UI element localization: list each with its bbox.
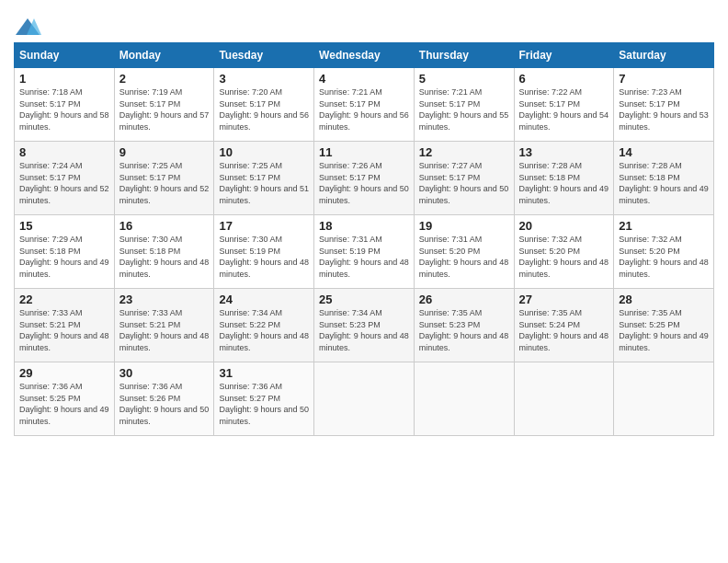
- calendar-cell: 22Sunrise: 7:33 AM Sunset: 5:21 PM Dayli…: [15, 289, 115, 362]
- col-monday: Monday: [114, 43, 214, 68]
- day-info: Sunrise: 7:35 AM Sunset: 5:25 PM Dayligh…: [619, 307, 709, 353]
- calendar-cell: 23Sunrise: 7:33 AM Sunset: 5:21 PM Dayli…: [114, 289, 214, 362]
- page-wrapper: Sunday Monday Tuesday Wednesday Thursday…: [14, 9, 714, 436]
- calendar-cell: [514, 362, 614, 436]
- day-number: 7: [619, 72, 709, 86]
- day-info: Sunrise: 7:34 AM Sunset: 5:22 PM Dayligh…: [219, 307, 309, 353]
- day-info: Sunrise: 7:30 AM Sunset: 5:18 PM Dayligh…: [119, 234, 210, 280]
- day-info: Sunrise: 7:35 AM Sunset: 5:23 PM Dayligh…: [419, 307, 509, 353]
- day-number: 17: [219, 219, 309, 233]
- calendar-cell: 8Sunrise: 7:24 AM Sunset: 5:17 PM Daylig…: [15, 142, 115, 215]
- calendar-cell: 2Sunrise: 7:19 AM Sunset: 5:17 PM Daylig…: [114, 68, 214, 142]
- day-number: 28: [619, 293, 709, 306]
- calendar-cell: 18Sunrise: 7:31 AM Sunset: 5:19 PM Dayli…: [314, 215, 415, 289]
- day-number: 27: [519, 293, 609, 306]
- day-number: 26: [419, 293, 509, 306]
- calendar-cell: 14Sunrise: 7:28 AM Sunset: 5:18 PM Dayli…: [614, 142, 714, 215]
- day-info: Sunrise: 7:31 AM Sunset: 5:20 PM Dayligh…: [419, 234, 509, 280]
- day-number: 31: [219, 366, 309, 380]
- day-number: 20: [519, 219, 609, 233]
- day-number: 5: [419, 72, 509, 86]
- calendar-cell: 27Sunrise: 7:35 AM Sunset: 5:24 PM Dayli…: [514, 289, 614, 362]
- calendar-week-row: 1Sunrise: 7:18 AM Sunset: 5:17 PM Daylig…: [15, 68, 714, 142]
- calendar-cell: [314, 362, 415, 436]
- calendar-cell: [614, 362, 714, 436]
- logo: [14, 17, 45, 37]
- calendar-cell: 12Sunrise: 7:27 AM Sunset: 5:17 PM Dayli…: [414, 142, 514, 215]
- calendar-cell: 26Sunrise: 7:35 AM Sunset: 5:23 PM Dayli…: [414, 289, 514, 362]
- day-info: Sunrise: 7:18 AM Sunset: 5:17 PM Dayligh…: [19, 86, 109, 132]
- calendar-cell: 4Sunrise: 7:21 AM Sunset: 5:17 PM Daylig…: [314, 68, 415, 142]
- day-number: 4: [319, 72, 409, 86]
- calendar-cell: 13Sunrise: 7:28 AM Sunset: 5:18 PM Dayli…: [514, 142, 614, 215]
- day-number: 16: [119, 219, 210, 233]
- day-info: Sunrise: 7:23 AM Sunset: 5:17 PM Dayligh…: [619, 86, 709, 132]
- calendar-table: Sunday Monday Tuesday Wednesday Thursday…: [14, 42, 714, 436]
- calendar-cell: 16Sunrise: 7:30 AM Sunset: 5:18 PM Dayli…: [114, 215, 214, 289]
- day-info: Sunrise: 7:36 AM Sunset: 5:27 PM Dayligh…: [219, 381, 309, 427]
- day-number: 11: [319, 145, 409, 159]
- calendar-cell: 19Sunrise: 7:31 AM Sunset: 5:20 PM Dayli…: [414, 215, 514, 289]
- day-info: Sunrise: 7:34 AM Sunset: 5:23 PM Dayligh…: [319, 307, 409, 353]
- day-number: 10: [219, 145, 309, 159]
- day-info: Sunrise: 7:33 AM Sunset: 5:21 PM Dayligh…: [19, 307, 109, 353]
- day-number: 3: [219, 72, 309, 86]
- logo-icon: [14, 17, 41, 37]
- day-info: Sunrise: 7:24 AM Sunset: 5:17 PM Dayligh…: [19, 160, 109, 206]
- calendar-week-row: 8Sunrise: 7:24 AM Sunset: 5:17 PM Daylig…: [15, 142, 714, 215]
- day-info: Sunrise: 7:28 AM Sunset: 5:18 PM Dayligh…: [619, 160, 709, 206]
- col-saturday: Saturday: [614, 43, 714, 68]
- calendar-cell: 10Sunrise: 7:25 AM Sunset: 5:17 PM Dayli…: [214, 142, 314, 215]
- header: [14, 9, 714, 37]
- calendar-cell: 7Sunrise: 7:23 AM Sunset: 5:17 PM Daylig…: [614, 68, 714, 142]
- day-number: 19: [419, 219, 509, 233]
- day-info: Sunrise: 7:21 AM Sunset: 5:17 PM Dayligh…: [319, 86, 409, 132]
- day-number: 23: [119, 293, 210, 306]
- day-number: 9: [119, 145, 210, 159]
- calendar-cell: 24Sunrise: 7:34 AM Sunset: 5:22 PM Dayli…: [214, 289, 314, 362]
- calendar-cell: 5Sunrise: 7:21 AM Sunset: 5:17 PM Daylig…: [414, 68, 514, 142]
- day-info: Sunrise: 7:36 AM Sunset: 5:25 PM Dayligh…: [19, 381, 109, 427]
- day-number: 14: [619, 145, 709, 159]
- calendar-cell: 21Sunrise: 7:32 AM Sunset: 5:20 PM Dayli…: [614, 215, 714, 289]
- day-info: Sunrise: 7:25 AM Sunset: 5:17 PM Dayligh…: [119, 160, 210, 206]
- day-info: Sunrise: 7:35 AM Sunset: 5:24 PM Dayligh…: [519, 307, 609, 353]
- day-number: 1: [19, 72, 109, 86]
- day-info: Sunrise: 7:32 AM Sunset: 5:20 PM Dayligh…: [619, 234, 709, 280]
- day-info: Sunrise: 7:25 AM Sunset: 5:17 PM Dayligh…: [219, 160, 309, 206]
- day-number: 8: [19, 145, 109, 159]
- calendar-cell: 25Sunrise: 7:34 AM Sunset: 5:23 PM Dayli…: [314, 289, 415, 362]
- day-number: 30: [119, 366, 210, 380]
- calendar-cell: 20Sunrise: 7:32 AM Sunset: 5:20 PM Dayli…: [514, 215, 614, 289]
- day-info: Sunrise: 7:26 AM Sunset: 5:17 PM Dayligh…: [319, 160, 409, 206]
- col-thursday: Thursday: [414, 43, 514, 68]
- day-info: Sunrise: 7:19 AM Sunset: 5:17 PM Dayligh…: [119, 86, 210, 132]
- day-number: 25: [319, 293, 409, 306]
- calendar-cell: 9Sunrise: 7:25 AM Sunset: 5:17 PM Daylig…: [114, 142, 214, 215]
- day-number: 21: [619, 219, 709, 233]
- day-number: 12: [419, 145, 509, 159]
- day-number: 2: [119, 72, 210, 86]
- col-tuesday: Tuesday: [214, 43, 314, 68]
- calendar-cell: 29Sunrise: 7:36 AM Sunset: 5:25 PM Dayli…: [15, 362, 115, 436]
- day-info: Sunrise: 7:33 AM Sunset: 5:21 PM Dayligh…: [119, 307, 210, 353]
- day-number: 15: [19, 219, 109, 233]
- day-info: Sunrise: 7:22 AM Sunset: 5:17 PM Dayligh…: [519, 86, 609, 132]
- calendar-cell: 17Sunrise: 7:30 AM Sunset: 5:19 PM Dayli…: [214, 215, 314, 289]
- col-sunday: Sunday: [15, 43, 115, 68]
- day-number: 6: [519, 72, 609, 86]
- calendar-cell: 1Sunrise: 7:18 AM Sunset: 5:17 PM Daylig…: [15, 68, 115, 142]
- day-number: 13: [519, 145, 609, 159]
- calendar-cell: 31Sunrise: 7:36 AM Sunset: 5:27 PM Dayli…: [214, 362, 314, 436]
- weekday-header-row: Sunday Monday Tuesday Wednesday Thursday…: [15, 43, 714, 68]
- day-info: Sunrise: 7:32 AM Sunset: 5:20 PM Dayligh…: [519, 234, 609, 280]
- col-friday: Friday: [514, 43, 614, 68]
- calendar-cell: 30Sunrise: 7:36 AM Sunset: 5:26 PM Dayli…: [114, 362, 214, 436]
- day-info: Sunrise: 7:20 AM Sunset: 5:17 PM Dayligh…: [219, 86, 309, 132]
- day-number: 24: [219, 293, 309, 306]
- day-number: 22: [19, 293, 109, 306]
- calendar-cell: 6Sunrise: 7:22 AM Sunset: 5:17 PM Daylig…: [514, 68, 614, 142]
- day-info: Sunrise: 7:27 AM Sunset: 5:17 PM Dayligh…: [419, 160, 509, 206]
- calendar-week-row: 29Sunrise: 7:36 AM Sunset: 5:25 PM Dayli…: [15, 362, 714, 436]
- calendar-cell: 11Sunrise: 7:26 AM Sunset: 5:17 PM Dayli…: [314, 142, 415, 215]
